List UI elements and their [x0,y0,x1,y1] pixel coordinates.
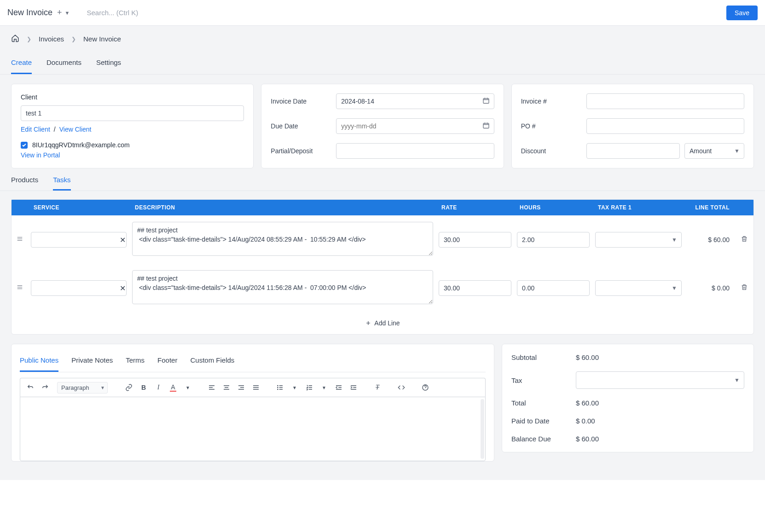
chevron-down-icon[interactable]: ▼ [288,381,301,394]
tax-select[interactable] [576,371,744,389]
line-total: $ 0.00 [684,284,735,292]
description-input[interactable] [132,222,433,256]
editor-body[interactable] [20,397,486,461]
rate-input[interactable] [439,232,511,248]
tab-products[interactable]: Products [11,176,38,191]
drag-handle-icon[interactable] [12,236,28,243]
italic-icon[interactable]: I [152,381,165,394]
bold-icon[interactable]: B [137,381,150,394]
breadcrumb: ❯ Invoices ❯ New Invoice [0,26,765,52]
discount-type-select[interactable]: Amount [684,143,744,159]
discount-input[interactable] [586,143,680,159]
subtotal-value: $ 60.00 [576,353,599,361]
topbar: New Invoice + ▼ Search... (Ctrl K) Save [0,0,765,26]
tab-custom-fields[interactable]: Custom Fields [190,353,234,372]
tab-terms[interactable]: Terms [126,353,145,372]
chevron-down-icon[interactable]: ▼ [181,381,194,394]
service-input[interactable] [31,232,127,248]
delete-row-icon[interactable] [735,235,753,244]
page-title-area: New Invoice + ▼ [7,8,70,17]
clear-icon[interactable]: ✕ [120,235,126,244]
svg-point-3 [278,387,278,387]
breadcrumb-invoices[interactable]: Invoices [39,35,64,43]
numbers-card: Invoice # PO # Discount Amount ▼ [511,84,754,168]
due-date-label: Due Date [271,122,330,130]
add-icon[interactable]: + [57,8,62,17]
partial-label: Partial/Deposit [271,147,330,155]
chevron-down-icon[interactable]: ▼ [318,381,330,394]
tab-create[interactable]: Create [11,52,32,74]
scrollbar[interactable] [481,399,484,459]
line-item-row: ✕ ▼ $ 0.00 [12,264,753,312]
line-item-tabs: Products Tasks [0,168,765,191]
chevron-down-icon: ▼ [100,385,105,390]
hours-input[interactable] [517,280,590,296]
view-client-link[interactable]: View Client [59,126,92,133]
add-line-button[interactable]: Add Line [12,312,753,334]
tab-private-notes[interactable]: Private Notes [71,353,113,372]
link-icon[interactable] [122,381,135,394]
balance-label: Balance Due [511,435,576,443]
clear-format-icon[interactable]: T [371,381,384,394]
client-label: Client [21,93,244,101]
code-icon[interactable] [395,381,408,394]
bullet-list-icon[interactable] [273,381,286,394]
align-left-icon[interactable] [205,381,218,394]
notes-card: Public Notes Private Notes Terms Footer … [11,344,494,462]
undo-icon[interactable] [24,381,37,394]
tab-settings[interactable]: Settings [96,52,121,74]
line-item-row: ✕ ▼ $ 60.00 [12,215,753,264]
editor-toolbar: Paragraph ▼ B I A ▼ ▼ ▼ [20,378,486,397]
edit-client-link[interactable]: Edit Client [21,126,50,133]
help-icon[interactable] [419,381,432,394]
text-color-icon[interactable]: A [167,381,180,394]
col-rate: RATE [436,200,514,215]
col-tax: TAX RATE 1 [592,200,684,215]
outdent-icon[interactable] [332,381,345,394]
client-card: Client Edit Client / View Client 8IUr1qq… [11,84,254,168]
po-label: PO # [521,122,581,130]
align-right-icon[interactable] [235,381,248,394]
home-icon[interactable] [11,34,19,44]
total-label: Total [511,399,576,407]
delete-row-icon[interactable] [735,283,753,292]
tab-tasks[interactable]: Tasks [53,176,70,191]
hours-input[interactable] [517,232,590,248]
drag-handle-icon[interactable] [12,284,28,292]
tab-public-notes[interactable]: Public Notes [20,353,58,372]
partial-input[interactable] [336,143,494,159]
view-portal-link[interactable]: View in Portal [21,151,60,159]
tax-rate-select[interactable] [595,232,682,248]
client-input[interactable] [21,105,244,121]
col-service: SERVICE [28,200,129,215]
align-center-icon[interactable] [220,381,233,394]
breadcrumb-current: New Invoice [83,35,121,43]
tax-rate-select[interactable] [595,280,682,296]
line-items-table: SERVICE DESCRIPTION RATE HOURS TAX RATE … [11,199,754,335]
clear-icon[interactable]: ✕ [120,283,126,292]
invoice-date-input[interactable] [336,93,494,109]
description-input[interactable] [132,270,433,304]
po-input[interactable] [586,118,744,134]
tab-documents[interactable]: Documents [46,52,81,74]
chevron-right-icon: ❯ [27,36,31,42]
redo-icon[interactable] [39,381,52,394]
rate-input[interactable] [439,280,511,296]
discount-label: Discount [521,147,581,155]
client-email: 8IUr1qqgRVDtmrk@example.com [32,141,130,149]
invoice-date-label: Invoice Date [271,98,330,105]
tab-footer[interactable]: Footer [157,353,177,372]
subtotal-label: Subtotal [511,353,576,361]
email-checkbox[interactable] [21,142,28,149]
col-description: DESCRIPTION [129,200,436,215]
search-input[interactable]: Search... (Ctrl K) [87,9,215,17]
save-button[interactable]: Save [726,6,758,20]
numbered-list-icon[interactable] [303,381,316,394]
chevron-down-icon[interactable]: ▼ [65,10,70,16]
invoice-no-input[interactable] [586,93,744,109]
service-input[interactable] [31,280,127,296]
col-hours: HOURS [514,200,592,215]
indent-icon[interactable] [347,381,360,394]
align-justify-icon[interactable] [249,381,262,394]
due-date-input[interactable] [336,118,494,134]
